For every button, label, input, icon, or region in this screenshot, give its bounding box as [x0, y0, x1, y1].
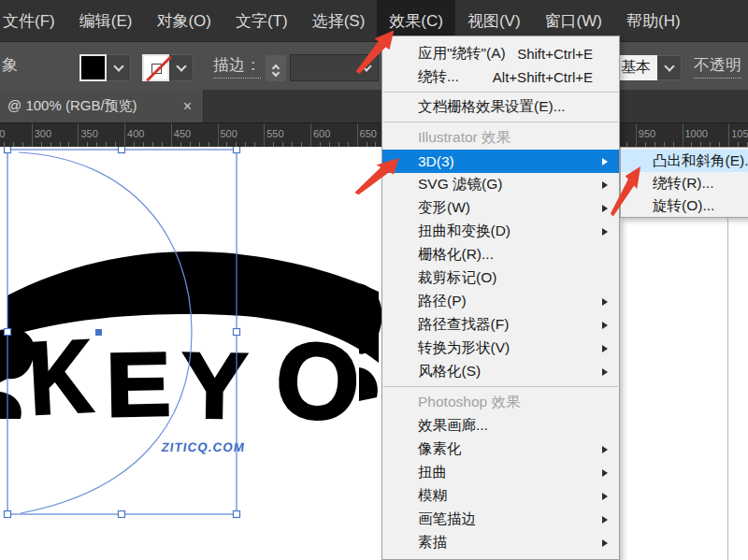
menubar-item[interactable]: 文字(T)	[223, 0, 300, 41]
chevron-down-icon	[113, 61, 123, 71]
stroke-color-button[interactable]	[142, 54, 194, 81]
menubar-item[interactable]: 帮助(H)	[614, 0, 693, 41]
ruler-major-tick	[683, 123, 683, 147]
menu-item[interactable]: 画笔描边	[382, 508, 619, 531]
menu-item-label: Photoshop 效果	[418, 393, 608, 412]
menu-item[interactable]: 转换为形状(V)	[382, 337, 619, 360]
document-tab-title: @ 100% (RGB/预览)	[7, 97, 180, 115]
menu-item[interactable]: 效果画廊...	[382, 414, 619, 438]
menu-item[interactable]: 风格化(S)	[382, 360, 619, 383]
annotation-arrow-to-3d-item	[351, 155, 403, 196]
submenu-arrow-icon	[602, 228, 608, 236]
menu-item[interactable]: 模糊	[382, 484, 619, 508]
ruler-major-tick	[728, 123, 729, 147]
logo-text[interactable]: K E Y O	[26, 318, 363, 442]
watermark-text: ZITICQ.COM	[161, 440, 246, 454]
menu-item-label: 素描	[418, 533, 602, 553]
submenu-arrow-icon	[602, 539, 608, 547]
menu-separator	[383, 92, 618, 93]
menu-item-label: 应用"绕转"(A)	[418, 44, 517, 64]
ruler-major-tick	[310, 123, 311, 147]
menu-item-label: 扭曲	[418, 463, 602, 482]
menubar-item[interactable]: 文件(F)	[0, 0, 67, 41]
menu-item[interactable]: 绕转...Alt+Shift+Ctrl+E	[382, 65, 619, 89]
menu-item-label: 路径(P)	[418, 292, 602, 311]
ruler-major-tick	[124, 123, 125, 147]
appearance-style-button[interactable]: 基本	[614, 55, 682, 80]
menu-item[interactable]: 扭曲和变换(D)	[382, 220, 619, 243]
menu-section-header: Illustrator 效果	[382, 125, 619, 150]
chevron-down-icon	[176, 61, 186, 71]
menu-item[interactable]: 像素化	[382, 438, 619, 461]
stroke-weight-label[interactable]: 描边：	[213, 54, 261, 79]
menu-separator	[383, 122, 618, 122]
menu-item-label: 路径查找器(F)	[418, 315, 602, 335]
menu-item-label: 效果画廊...	[418, 416, 608, 436]
menu-item-label: 转换为形状(V)	[418, 338, 602, 358]
submenu-arrow-icon	[602, 493, 608, 500]
menubar-item[interactable]: 编辑(E)	[67, 0, 145, 41]
ruler-unit-label: 300	[35, 128, 51, 139]
ruler-unit-label: 500	[221, 128, 237, 139]
menu-item-label: 裁剪标记(O)	[418, 268, 608, 288]
menu-item[interactable]: 文档栅格效果设置(E)...	[382, 95, 619, 119]
menu-item-label: 像素化	[418, 439, 602, 459]
document-tab[interactable]: @ 100% (RGB/预览) ×	[0, 90, 204, 122]
ruler-major-tick	[78, 123, 79, 147]
opacity-label[interactable]: 不透明	[694, 54, 741, 79]
menu-item[interactable]: 路径(P)	[382, 290, 619, 313]
menu-item-shortcut: Shift+Ctrl+E	[517, 46, 593, 62]
selection-center-point[interactable]	[95, 329, 102, 336]
submenu-arrow-icon	[602, 516, 608, 524]
object-label: 象	[2, 54, 18, 76]
menu-item[interactable]: 栅格化(R)...	[382, 243, 619, 266]
submenu-arrow-icon	[602, 345, 608, 352]
ruler-unit-label: 600	[313, 128, 330, 139]
menu-separator	[383, 386, 618, 387]
horizontal-ruler: 2503003504004505005506006507007508008509…	[0, 122, 748, 147]
appearance-style-dropdown[interactable]	[657, 55, 682, 80]
annotation-arrow-to-effects-menu	[352, 27, 397, 76]
ruler-major-tick	[264, 123, 265, 147]
menu-item-label: 栅格化(R)...	[418, 245, 608, 265]
menu-item[interactable]: 变形(W)	[382, 196, 619, 220]
menubar-item[interactable]: 对象(O)	[144, 0, 223, 41]
ruler-major-tick	[357, 123, 358, 147]
menu-item[interactable]: 裁剪标记(O)	[382, 266, 619, 290]
menu-item-label: Illustrator 效果	[418, 128, 608, 148]
document-tab-bar: @ 100% (RGB/预览) ×	[0, 90, 748, 122]
stroke-none-swatch[interactable]	[142, 54, 169, 81]
menu-item-label: 文档栅格效果设置(E)...	[418, 97, 608, 117]
menu-item[interactable]: 素描	[382, 531, 619, 554]
appearance-style-value[interactable]: 基本	[614, 55, 657, 80]
menu-item[interactable]: 3D(3)	[382, 150, 619, 173]
effects-menu: 应用"绕转"(A)Shift+Ctrl+E绕转...Alt+Shift+Ctrl…	[381, 36, 620, 560]
menu-item-label: 模糊	[418, 486, 602, 506]
ruler-unit-label: 350	[80, 128, 97, 139]
menu-item[interactable]: 扭曲	[382, 461, 619, 484]
fill-color-button[interactable]	[79, 54, 131, 81]
menu-section-header: Photoshop 效果	[382, 390, 619, 414]
menu-item-label: 绕转...	[418, 67, 493, 87]
stroke-color-dropdown[interactable]	[169, 54, 194, 81]
logo-letter-o: O	[273, 319, 363, 443]
ruler-unit-label: 950	[639, 128, 655, 139]
close-tab-icon[interactable]: ×	[180, 98, 195, 115]
menu-item[interactable]: SVG 滤镜(G)	[382, 173, 619, 196]
fill-color-dropdown[interactable]	[107, 54, 131, 81]
ruler-major-tick	[32, 123, 33, 147]
stroke-weight-stepper[interactable]	[266, 55, 286, 81]
menu-item[interactable]: 应用"绕转"(A)Shift+Ctrl+E	[382, 42, 619, 65]
ruler-unit-label: 400	[127, 128, 144, 139]
menu-item-label: 3D(3)	[418, 153, 602, 170]
menu-item-shortcut: Alt+Shift+Ctrl+E	[493, 69, 593, 85]
menu-item-label: SVG 滤镜(G)	[418, 175, 602, 194]
fill-color-swatch[interactable]	[79, 54, 107, 81]
menu-item-label: 扭曲和变换(D)	[418, 222, 602, 241]
logo-letter-k: K	[26, 318, 95, 436]
ruler-unit-label: 550	[266, 128, 283, 139]
annotation-arrow-to-extrude-item	[608, 163, 643, 219]
menu-item[interactable]: 路径查找器(F)	[382, 313, 619, 337]
illustrator-window: 文件(F)编辑(E)对象(O)文字(T)选择(S)效果(C)视图(V)窗口(W)…	[0, 0, 748, 560]
ruler-unit-label: 1050	[731, 128, 748, 139]
